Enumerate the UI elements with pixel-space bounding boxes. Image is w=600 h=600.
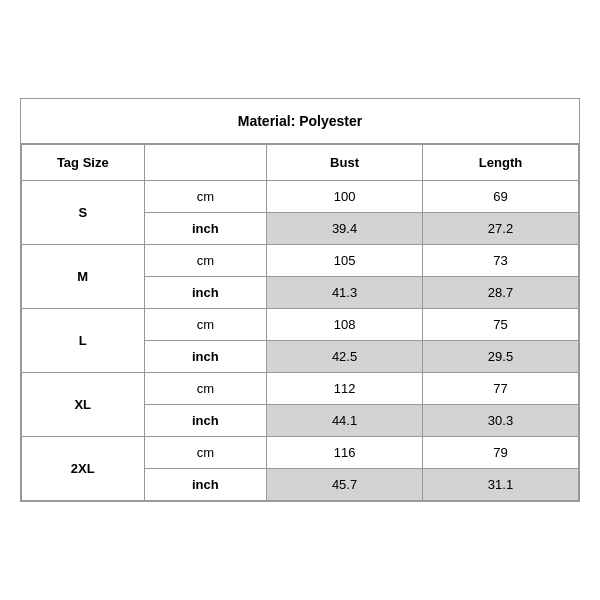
length-cm: 79 — [423, 437, 579, 469]
size-label: S — [22, 181, 145, 245]
unit-inch: inch — [144, 405, 267, 437]
length-cm: 77 — [423, 373, 579, 405]
size-label: 2XL — [22, 437, 145, 501]
header-length: Length — [423, 145, 579, 181]
header-unit — [144, 145, 267, 181]
size-chart-container: Material: Polyester Tag Size Bust Length… — [20, 98, 580, 502]
table-row: Lcm10875 — [22, 309, 579, 341]
chart-title: Material: Polyester — [21, 99, 579, 144]
length-cm: 73 — [423, 245, 579, 277]
unit-cm: cm — [144, 245, 267, 277]
bust-inch: 39.4 — [267, 213, 423, 245]
size-label: M — [22, 245, 145, 309]
bust-inch: 41.3 — [267, 277, 423, 309]
table-row: 2XLcm11679 — [22, 437, 579, 469]
unit-inch: inch — [144, 277, 267, 309]
unit-inch: inch — [144, 213, 267, 245]
table-row: Mcm10573 — [22, 245, 579, 277]
size-label: L — [22, 309, 145, 373]
size-label: XL — [22, 373, 145, 437]
unit-cm: cm — [144, 373, 267, 405]
bust-cm: 100 — [267, 181, 423, 213]
unit-cm: cm — [144, 309, 267, 341]
length-inch: 31.1 — [423, 469, 579, 501]
header-tag-size: Tag Size — [22, 145, 145, 181]
length-inch: 29.5 — [423, 341, 579, 373]
unit-cm: cm — [144, 437, 267, 469]
bust-cm: 108 — [267, 309, 423, 341]
size-table: Tag Size Bust Length Scm10069inch39.427.… — [21, 144, 579, 501]
unit-inch: inch — [144, 469, 267, 501]
unit-inch: inch — [144, 341, 267, 373]
table-row: Scm10069 — [22, 181, 579, 213]
bust-cm: 116 — [267, 437, 423, 469]
length-inch: 28.7 — [423, 277, 579, 309]
length-inch: 30.3 — [423, 405, 579, 437]
bust-inch: 44.1 — [267, 405, 423, 437]
header-bust: Bust — [267, 145, 423, 181]
unit-cm: cm — [144, 181, 267, 213]
length-cm: 75 — [423, 309, 579, 341]
bust-cm: 105 — [267, 245, 423, 277]
length-inch: 27.2 — [423, 213, 579, 245]
bust-cm: 112 — [267, 373, 423, 405]
table-row: XLcm11277 — [22, 373, 579, 405]
bust-inch: 45.7 — [267, 469, 423, 501]
length-cm: 69 — [423, 181, 579, 213]
bust-inch: 42.5 — [267, 341, 423, 373]
